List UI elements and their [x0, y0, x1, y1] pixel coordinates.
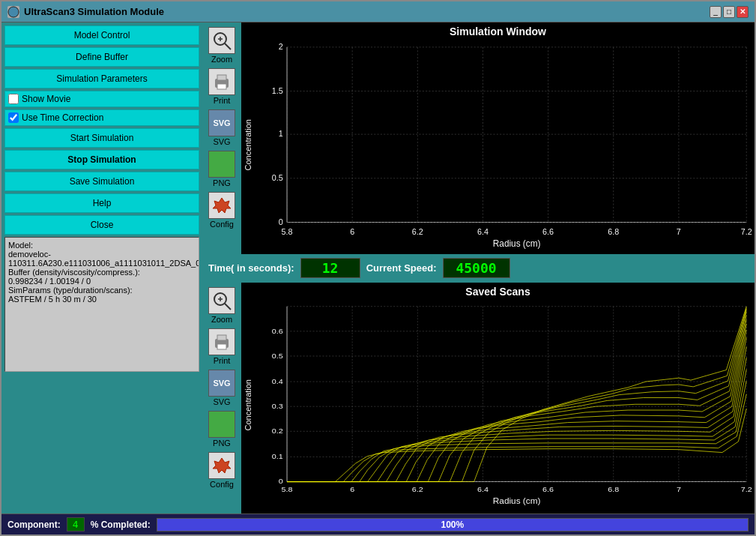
close-window-button[interactable]: ✕ — [737, 6, 749, 18]
svg-text:1.5: 1.5 — [272, 86, 283, 95]
show-movie-label: Show Movie — [22, 94, 70, 104]
svg-text:6.4: 6.4 — [477, 485, 489, 493]
svg-text:0.4: 0.4 — [272, 377, 283, 385]
time-value: 12 — [300, 258, 360, 278]
simulation-params-button[interactable]: Simulation Parameters — [4, 69, 199, 88]
png-label-top: PNG — [213, 178, 231, 187]
svg-text:6.8: 6.8 — [608, 227, 619, 236]
completed-label: % Completed: — [91, 520, 151, 530]
window-controls: _ □ ✕ — [710, 6, 749, 18]
start-simulation-button[interactable]: Start Simulation — [4, 128, 199, 148]
svg-text:6.2: 6.2 — [412, 485, 423, 493]
use-time-correction-row: Use Time Correction — [4, 109, 199, 126]
svg-text:0.1: 0.1 — [272, 452, 283, 460]
bottom-section: Zoom Print — [202, 283, 755, 514]
zoom-tool-top[interactable]: Zoom — [207, 25, 237, 65]
png-tool-bottom[interactable]: PNG — [207, 409, 237, 449]
svg-text:6.8: 6.8 — [608, 485, 619, 493]
simulation-window-panel: Simulation Window Concentration — [241, 22, 755, 254]
top-toolbar: Zoom Print — [202, 22, 241, 254]
zoom-icon-bottom — [208, 287, 235, 314]
sim-chart-svg: 0 0.5 1 1.5 2 5.8 6 6.2 6.4 — [255, 39, 755, 251]
config-label-top: Config — [210, 220, 234, 229]
time-bar: Time( in seconds): 12 Current Speed: 450… — [202, 254, 755, 283]
zoom-label-top: Zoom — [211, 55, 232, 64]
svg-label-bottom: SVG — [213, 397, 230, 406]
svg-text:6: 6 — [350, 485, 354, 493]
zoom-tool-bottom[interactable]: Zoom — [207, 286, 237, 325]
app-icon — [7, 6, 19, 18]
svg-text:1: 1 — [279, 129, 283, 138]
simulation-chart-area: Concentration — [241, 39, 755, 254]
png-label-bottom: PNG — [213, 439, 231, 448]
svg-text:6.6: 6.6 — [542, 485, 554, 493]
print-icon-bottom — [208, 328, 235, 355]
component-value: 4 — [67, 517, 85, 532]
svg-line-2 — [225, 43, 231, 49]
right-panel: Zoom Print — [202, 22, 755, 514]
minimize-button[interactable]: _ — [710, 6, 722, 18]
svg-text:0: 0 — [279, 217, 283, 226]
svg-text:2: 2 — [279, 42, 283, 51]
simulation-window-title: Simulation Window — [241, 22, 755, 39]
svg-text:0.3: 0.3 — [272, 402, 283, 409]
config-icon-top — [208, 192, 235, 219]
svg-text:7: 7 — [677, 227, 681, 236]
print-tool-top[interactable]: Print — [207, 67, 237, 106]
svg-text:6: 6 — [350, 227, 354, 236]
png-icon-top — [208, 151, 235, 178]
time-label: Time( in seconds): — [208, 262, 294, 274]
save-simulation-button[interactable]: Save Simulation — [4, 172, 199, 191]
print-tool-bottom[interactable]: Print — [207, 327, 237, 367]
svg-label-top: SVG — [213, 137, 230, 146]
svg-line-40 — [225, 304, 231, 310]
saved-plot: 0 0.1 0.2 0.3 0.4 0.5 0.6 5.8 — [255, 299, 755, 511]
svg-rect-6 — [217, 75, 226, 80]
svg-tool-top[interactable]: SVG SVG — [207, 108, 237, 148]
help-button[interactable]: Help — [4, 193, 199, 213]
right-charts: Zoom Print — [202, 22, 755, 514]
svg-tool-bottom[interactable]: SVG SVG — [207, 368, 237, 408]
svg-text:0.5: 0.5 — [272, 352, 283, 359]
bottom-toolbar: Zoom Print — [202, 283, 241, 514]
svg-text:Radius (cm): Radius (cm) — [493, 496, 541, 505]
svg-text:0.5: 0.5 — [272, 173, 283, 182]
config-tool-bottom[interactable]: Config — [207, 451, 237, 490]
svg-text:0: 0 — [279, 477, 283, 484]
use-time-correction-checkbox[interactable] — [8, 112, 19, 123]
status-bar: Component: 4 % Completed: 100% — [1, 514, 755, 535]
close-button[interactable]: Close — [4, 215, 199, 235]
show-movie-checkbox[interactable] — [8, 94, 19, 104]
svg-point-0 — [8, 7, 19, 17]
svg-rect-7 — [217, 84, 226, 89]
svg-icon-bottom: SVG — [208, 370, 235, 397]
sim-y-axis-label: Concentration — [241, 39, 255, 251]
define-buffer-button[interactable]: Define Buffer — [4, 47, 199, 67]
stop-simulation-button[interactable]: Stop Simulation — [4, 150, 199, 169]
svg-text:7.2: 7.2 — [741, 485, 752, 493]
svg-marker-8 — [213, 198, 231, 213]
progress-bar-container: 100% — [157, 518, 749, 532]
svg-text:7: 7 — [677, 485, 681, 493]
print-icon-top — [208, 68, 235, 95]
bottom-charts-row: Zoom Print — [202, 283, 755, 514]
main-content: Model Control Define Buffer Simulation P… — [1, 22, 755, 514]
speed-value: 45000 — [443, 258, 510, 278]
svg-marker-46 — [213, 458, 231, 473]
main-window: UltraScan3 Simulation Module _ □ ✕ Model… — [0, 0, 756, 536]
config-tool-top[interactable]: Config — [207, 190, 237, 230]
print-label-bottom: Print — [214, 356, 231, 365]
show-movie-row: Show Movie — [4, 91, 199, 107]
saved-y-axis-label: Concentration — [241, 299, 255, 511]
svg-text:5.8: 5.8 — [282, 485, 293, 493]
model-control-button[interactable]: Model Control — [4, 25, 199, 45]
svg-text:6.4: 6.4 — [477, 227, 489, 236]
svg-text:6.6: 6.6 — [542, 227, 554, 236]
maximize-button[interactable]: □ — [723, 6, 735, 18]
info-box: Model: demoveloc-110311.6A230.e111031006… — [4, 237, 199, 372]
saved-scans-panel: Saved Scans Concentration — [241, 283, 755, 514]
svg-text:5.8: 5.8 — [282, 227, 293, 236]
png-tool-top[interactable]: PNG — [207, 149, 237, 189]
component-label: Component: — [7, 520, 61, 530]
svg-rect-44 — [217, 335, 226, 340]
